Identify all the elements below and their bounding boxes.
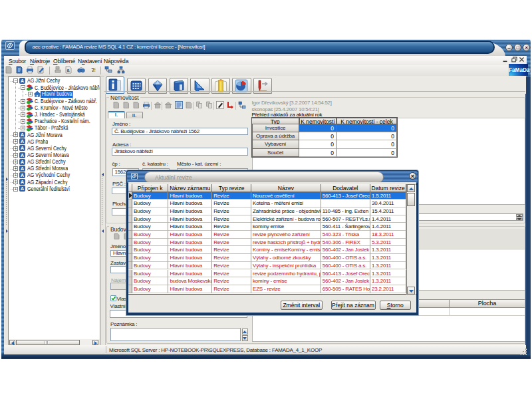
svg-text:A: A (21, 173, 24, 178)
svg-text:a: a (67, 68, 70, 72)
svg-text:A: A (21, 160, 24, 164)
svg-text:A: A (21, 146, 24, 150)
svg-text:A: A (21, 78, 24, 83)
svg-text:A: A (21, 132, 24, 137)
svg-text:A: A (21, 153, 24, 158)
svg-text:A: A (21, 180, 24, 184)
svg-text:A: A (21, 166, 24, 171)
svg-text:?: ? (91, 66, 95, 73)
svg-text:A: A (21, 139, 24, 144)
svg-text:A: A (21, 186, 24, 191)
